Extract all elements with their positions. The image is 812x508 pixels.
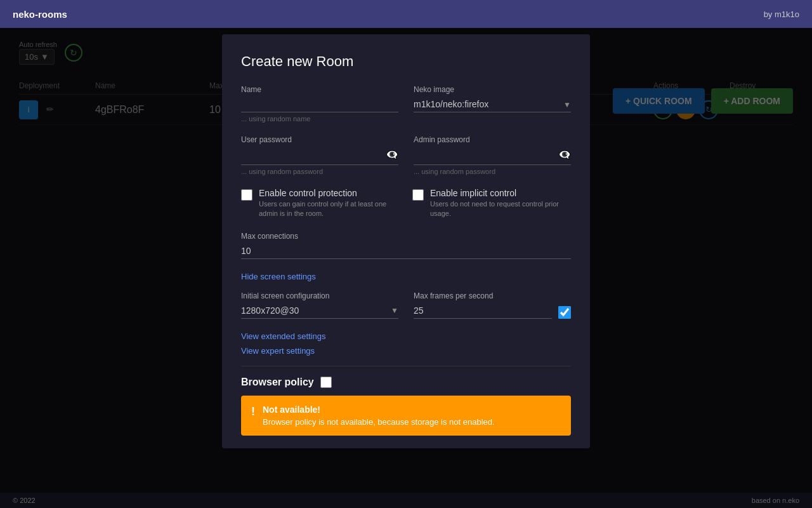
name-hint: ... using random name xyxy=(241,115,398,123)
divider xyxy=(241,366,571,366)
footer: © 2022 based on n.eko xyxy=(0,493,812,508)
max-fps-checkbox[interactable] xyxy=(558,306,571,319)
warning-box: ! Not available! Browser policy is not a… xyxy=(241,396,571,436)
max-fps-group: Max frames per second xyxy=(414,291,571,319)
modal-overlay[interactable]: Create new Room Name ... using random na… xyxy=(0,28,812,493)
name-label: Name xyxy=(241,85,398,94)
admin-password-toggle-icon[interactable]: 👁‍🗨 xyxy=(558,149,571,161)
neko-image-select[interactable]: m1k1o/neko:firefoxm1k1o/neko:chromiumm1k… xyxy=(414,97,571,112)
warning-content: Not available! Browser policy is not ava… xyxy=(263,404,495,427)
user-password-toggle-icon[interactable]: 👁‍🗨 xyxy=(386,149,398,161)
modal-title: Create new Room xyxy=(241,53,571,70)
implicit-control-checkbox[interactable] xyxy=(412,189,424,201)
screen-config-select-wrapper: 1280x720@30 ▼ xyxy=(241,303,398,319)
view-expert-link[interactable]: View expert settings xyxy=(241,346,571,356)
max-connections-group: Max connections xyxy=(241,232,571,259)
max-fps-row xyxy=(414,303,571,319)
max-connections-input[interactable] xyxy=(241,243,571,259)
control-protection-hint: Users can gain control only if at least … xyxy=(259,199,400,219)
max-connections-row: Max connections xyxy=(241,232,571,259)
control-protection-checkbox[interactable] xyxy=(241,189,252,201)
neko-image-group: Neko image m1k1o/neko:firefoxm1k1o/neko:… xyxy=(414,85,571,123)
browser-policy-title: Browser policy xyxy=(241,377,314,388)
admin-password-input-wrapper: 👁‍🗨 xyxy=(414,147,571,165)
admin-password-hint: ... using random password xyxy=(414,168,571,175)
screen-config-row: Initial screen configuration 1280x720@30… xyxy=(241,291,571,319)
app-title: neko-rooms xyxy=(13,9,67,20)
admin-password-label: Admin password xyxy=(414,135,571,144)
neko-image-select-wrapper: m1k1o/neko:firefoxm1k1o/neko:chromiumm1k… xyxy=(414,97,571,112)
warning-exclamation-icon: ! xyxy=(251,405,255,418)
create-room-modal: Create new Room Name ... using random na… xyxy=(222,34,590,448)
max-fps-label: Max frames per second xyxy=(414,291,571,300)
user-password-input-wrapper: 👁‍🗨 xyxy=(241,147,398,165)
footer-based-on: based on n.eko xyxy=(752,497,799,504)
user-password-label: User password xyxy=(241,135,398,144)
user-password-hint: ... using random password xyxy=(241,168,398,175)
control-protection-label: Enable control protection xyxy=(259,188,400,198)
footer-copyright: © 2022 xyxy=(13,497,36,504)
screen-config-select[interactable]: 1280x720@30 xyxy=(241,303,398,319)
view-extended-link[interactable]: View extended settings xyxy=(241,331,571,341)
password-row: User password 👁‍🗨 ... using random passw… xyxy=(241,135,571,175)
implicit-control-text: Enable implicit control Users do not nee… xyxy=(430,188,571,219)
implicit-control-hint: Users do not need to request control pri… xyxy=(430,199,571,219)
max-fps-input[interactable] xyxy=(414,303,552,319)
screen-config-group: Initial screen configuration 1280x720@30… xyxy=(241,291,398,319)
implicit-control-label: Enable implicit control xyxy=(430,188,571,198)
topbar: neko-rooms by m1k1o xyxy=(0,0,812,28)
control-protection-text: Enable control protection Users can gain… xyxy=(259,188,400,219)
warning-text: Browser policy is not available, because… xyxy=(263,417,495,427)
screen-config-label: Initial screen configuration xyxy=(241,291,398,300)
admin-password-group: Admin password 👁‍🗨 ... using random pass… xyxy=(414,135,571,175)
checkbox-group: Enable control protection Users can gain… xyxy=(241,188,571,219)
admin-password-input[interactable] xyxy=(414,147,558,162)
name-image-row: Name ... using random name Neko image m1… xyxy=(241,85,571,123)
user-password-input[interactable] xyxy=(241,147,386,162)
neko-image-label: Neko image xyxy=(414,85,571,94)
name-input[interactable] xyxy=(241,97,398,112)
name-group: Name ... using random name xyxy=(241,85,398,123)
hide-screen-settings-link[interactable]: Hide screen settings xyxy=(241,272,571,281)
browser-policy-checkbox[interactable] xyxy=(320,377,332,388)
app-credit: by m1k1o xyxy=(764,10,799,19)
browser-policy-row: Browser policy xyxy=(241,377,571,388)
user-password-group: User password 👁‍🗨 ... using random passw… xyxy=(241,135,398,175)
max-connections-label: Max connections xyxy=(241,232,571,241)
implicit-control-item: Enable implicit control Users do not nee… xyxy=(412,188,571,219)
warning-title: Not available! xyxy=(263,404,495,415)
control-protection-item: Enable control protection Users can gain… xyxy=(241,188,400,219)
